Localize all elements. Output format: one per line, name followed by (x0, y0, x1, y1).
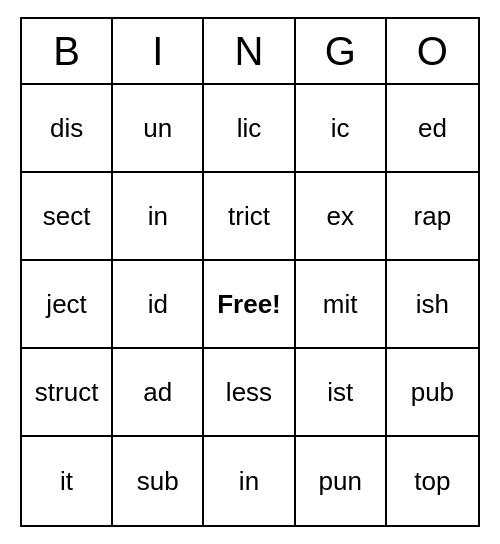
bingo-cell-r0-c2: lic (204, 85, 295, 173)
bingo-grid: disunlicicedsectintrictexrapjectidFree!m… (22, 85, 478, 525)
bingo-cell-r0-c3: ic (296, 85, 387, 173)
header-letter-g: G (296, 19, 387, 83)
bingo-cell-r1-c4: rap (387, 173, 478, 261)
bingo-cell-r3-c4: pub (387, 349, 478, 437)
bingo-cell-r3-c0: struct (22, 349, 113, 437)
bingo-cell-r2-c4: ish (387, 261, 478, 349)
bingo-cell-r2-c3: mit (296, 261, 387, 349)
bingo-card: BINGO disunlicicedsectintrictexrapjectid… (20, 17, 480, 527)
bingo-cell-r1-c3: ex (296, 173, 387, 261)
bingo-cell-r3-c1: ad (113, 349, 204, 437)
bingo-cell-r4-c2: in (204, 437, 295, 525)
bingo-cell-r0-c1: un (113, 85, 204, 173)
header-letter-n: N (204, 19, 295, 83)
bingo-cell-r2-c1: id (113, 261, 204, 349)
bingo-cell-r2-c2: Free! (204, 261, 295, 349)
header-letter-o: O (387, 19, 478, 83)
bingo-cell-r4-c0: it (22, 437, 113, 525)
bingo-cell-r0-c0: dis (22, 85, 113, 173)
bingo-cell-r1-c0: sect (22, 173, 113, 261)
bingo-header: BINGO (22, 19, 478, 85)
bingo-cell-r2-c0: ject (22, 261, 113, 349)
bingo-cell-r3-c3: ist (296, 349, 387, 437)
bingo-cell-r4-c3: pun (296, 437, 387, 525)
bingo-cell-r1-c1: in (113, 173, 204, 261)
bingo-cell-r0-c4: ed (387, 85, 478, 173)
bingo-cell-r4-c4: top (387, 437, 478, 525)
header-letter-b: B (22, 19, 113, 83)
header-letter-i: I (113, 19, 204, 83)
bingo-cell-r1-c2: trict (204, 173, 295, 261)
bingo-cell-r3-c2: less (204, 349, 295, 437)
bingo-cell-r4-c1: sub (113, 437, 204, 525)
